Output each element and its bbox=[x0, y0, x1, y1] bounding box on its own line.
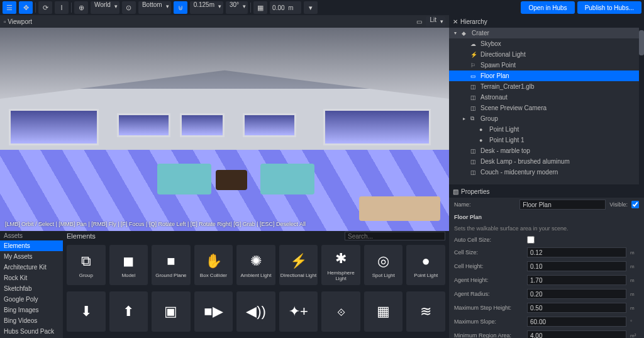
open-in-hubs-button[interactable]: Open in Hubs bbox=[521, 1, 574, 14]
hierarchy-item-couch-midcentury-modern[interactable]: ◫Couch - midcentury modern bbox=[449, 167, 644, 177]
asset-source-google-poly[interactable]: Google Poly bbox=[0, 294, 63, 305]
hierarchy-item-skybox[interactable]: ☁Skybox bbox=[449, 38, 644, 49]
asset-source-hubs-sound-pack[interactable]: Hubs Sound Pack bbox=[0, 326, 63, 337]
toggle-icon[interactable]: ▾ bbox=[454, 30, 459, 36]
item-label: Skybox bbox=[480, 40, 501, 47]
toggle-icon[interactable]: ▸ bbox=[463, 116, 468, 121]
element-item-13[interactable]: ◀)) bbox=[236, 291, 275, 332]
element-item-9[interactable]: ⬇ bbox=[67, 291, 106, 332]
prop-input[interactable] bbox=[527, 303, 626, 313]
prop-input[interactable] bbox=[527, 261, 626, 271]
element-directional-light[interactable]: ⚡Directional Light bbox=[279, 245, 318, 285]
prop-checkbox[interactable] bbox=[527, 236, 535, 244]
snap-step-select[interactable]: 0.125m bbox=[190, 1, 223, 14]
hierarchy-item-point-light-1[interactable]: ●Point Light 1 bbox=[449, 135, 644, 145]
stats-icon[interactable]: ▭ bbox=[416, 18, 422, 25]
asset-source-sketchfab[interactable]: Sketchfab bbox=[0, 283, 63, 294]
prop-input[interactable] bbox=[527, 330, 626, 338]
snap-angle-select[interactable]: 30° bbox=[226, 1, 248, 14]
viewport-3d[interactable]: [LMB] Orbit / Select | [MMB] Pan | [RMB]… bbox=[0, 28, 449, 231]
type-icon: ◫ bbox=[470, 169, 478, 176]
prop-label: Agent Radius: bbox=[454, 291, 523, 297]
element-icon: ≋ bbox=[420, 302, 431, 321]
element-icon: ■▶ bbox=[204, 302, 223, 321]
prop-label: Minimum Region Area: bbox=[454, 332, 523, 338]
element-item-10[interactable]: ⬆ bbox=[109, 291, 148, 332]
item-label: Group bbox=[480, 115, 498, 122]
viewport-hint-text: [LMB] Orbit / Select | [MMB] Pan | [RMB]… bbox=[5, 221, 306, 227]
grid-icon[interactable]: ▦ bbox=[253, 1, 267, 14]
element-item-15[interactable]: ⟐ bbox=[321, 291, 360, 332]
text-tool-icon[interactable]: I bbox=[55, 1, 69, 14]
element-item-17[interactable]: ≋ bbox=[406, 291, 445, 332]
element-icon: ■ bbox=[167, 252, 175, 271]
snap-toggle-icon[interactable]: ⊎ bbox=[174, 1, 187, 14]
item-label: Point Light 1 bbox=[489, 137, 525, 144]
refresh-icon[interactable]: ⟳ bbox=[38, 1, 52, 14]
element-ambient-light[interactable]: ✺Ambient Light bbox=[236, 245, 275, 285]
menu-icon[interactable]: ☰ bbox=[3, 1, 16, 14]
element-item-11[interactable]: ▣ bbox=[152, 291, 191, 332]
hierarchy-item-spawn-point[interactable]: ⚐Spawn Point bbox=[449, 60, 644, 70]
type-icon: ◫ bbox=[470, 84, 478, 90]
move-tool-icon[interactable]: ✥ bbox=[19, 1, 33, 14]
prop-input[interactable] bbox=[527, 275, 626, 285]
hierarchy-item-scene-preview-camera[interactable]: ◫Scene Preview Camera bbox=[449, 103, 644, 113]
scrollbar[interactable] bbox=[639, 28, 644, 184]
type-icon: ◫ bbox=[470, 105, 478, 111]
element-spot-light[interactable]: ◎Spot Light bbox=[364, 245, 403, 285]
chevron-down-icon[interactable]: ▾ bbox=[304, 1, 318, 14]
visible-checkbox[interactable] bbox=[631, 201, 639, 208]
elements-grid: ⧉Group◼Model■Ground Plane✋Box Collider✺A… bbox=[63, 241, 449, 338]
asset-source-architecture-kit[interactable]: Architecture Kit bbox=[0, 262, 63, 273]
space-select[interactable]: World bbox=[91, 1, 119, 14]
publish-to-hubs-button[interactable]: Publish to Hubs... bbox=[577, 1, 641, 14]
separator bbox=[35, 3, 36, 13]
hierarchy-item-crater[interactable]: ▾◆Crater bbox=[449, 28, 644, 38]
element-icon: ✺ bbox=[250, 252, 262, 271]
element-group[interactable]: ⧉Group bbox=[67, 245, 106, 285]
hierarchy-item-desk-marble-top[interactable]: ◫Desk - marble top bbox=[449, 145, 644, 156]
scene-render bbox=[0, 28, 449, 231]
element-item-14[interactable]: ✦+ bbox=[279, 291, 318, 332]
prop-row-auto-cell-size: Auto Cell Size: bbox=[449, 234, 644, 245]
element-icon: ✦+ bbox=[289, 302, 308, 321]
hierarchy-item-point-light[interactable]: ●Point Light bbox=[449, 124, 644, 135]
properties-header: ▧ Properties bbox=[449, 185, 644, 198]
element-ground-plane[interactable]: ■Ground Plane bbox=[152, 245, 191, 285]
pivot-select[interactable]: Bottom bbox=[138, 1, 171, 14]
asset-source-rock-kit[interactable]: Rock Kit bbox=[0, 273, 63, 283]
prop-label: Agent Height: bbox=[454, 277, 523, 283]
element-model[interactable]: ◼Model bbox=[109, 245, 148, 285]
hierarchy-item-terrain-crater1-glb[interactable]: ◫Terrain_Crater1.glb bbox=[449, 81, 644, 92]
asset-source-bing-images[interactable]: Bing Images bbox=[0, 305, 63, 315]
search-input[interactable] bbox=[345, 232, 445, 240]
hierarchy-item-directional-light[interactable]: ⚡Directional Light bbox=[449, 49, 644, 60]
filter-icon[interactable]: ✕ bbox=[453, 18, 458, 25]
prop-input[interactable] bbox=[527, 317, 626, 327]
type-icon: ◫ bbox=[470, 148, 478, 154]
hierarchy-item-desk-lamp-brushed-aluminum[interactable]: ◫Desk Lamp - brushed aluminum bbox=[449, 156, 644, 167]
element-point-light[interactable]: ●Point Light bbox=[406, 245, 445, 285]
element-box-collider[interactable]: ✋Box Collider bbox=[194, 245, 233, 285]
element-hemisphere-light[interactable]: ✱Hemisphere Light bbox=[321, 245, 360, 285]
type-icon: ◆ bbox=[462, 30, 469, 37]
shading-select[interactable]: Lit bbox=[426, 16, 445, 26]
prop-input[interactable] bbox=[527, 247, 626, 257]
element-item-16[interactable]: ▦ bbox=[364, 291, 403, 332]
hierarchy-item-floor-plan[interactable]: ▭Floor Plan bbox=[449, 70, 644, 81]
hierarchy-item-astronaut[interactable]: ◫Astronaut bbox=[449, 92, 644, 103]
hierarchy-header: ✕ Hierarchy bbox=[449, 15, 644, 28]
prop-row-minimum-region-area: Minimum Region Area:m² bbox=[449, 329, 644, 338]
asset-source-bing-videos[interactable]: Bing Videos bbox=[0, 315, 63, 326]
element-label: Ground Plane bbox=[155, 273, 186, 278]
unit-label: ° bbox=[630, 319, 639, 325]
hierarchy-item-group[interactable]: ▸⧉Group bbox=[449, 113, 644, 124]
unit-label: m bbox=[630, 291, 639, 297]
asset-source-elements[interactable]: Elements bbox=[0, 240, 63, 251]
element-item-12[interactable]: ■▶ bbox=[194, 291, 233, 332]
position-input[interactable] bbox=[270, 1, 301, 14]
prop-input[interactable] bbox=[527, 289, 626, 299]
name-input[interactable] bbox=[519, 200, 606, 210]
asset-source-my-assets[interactable]: My Assets bbox=[0, 251, 63, 262]
